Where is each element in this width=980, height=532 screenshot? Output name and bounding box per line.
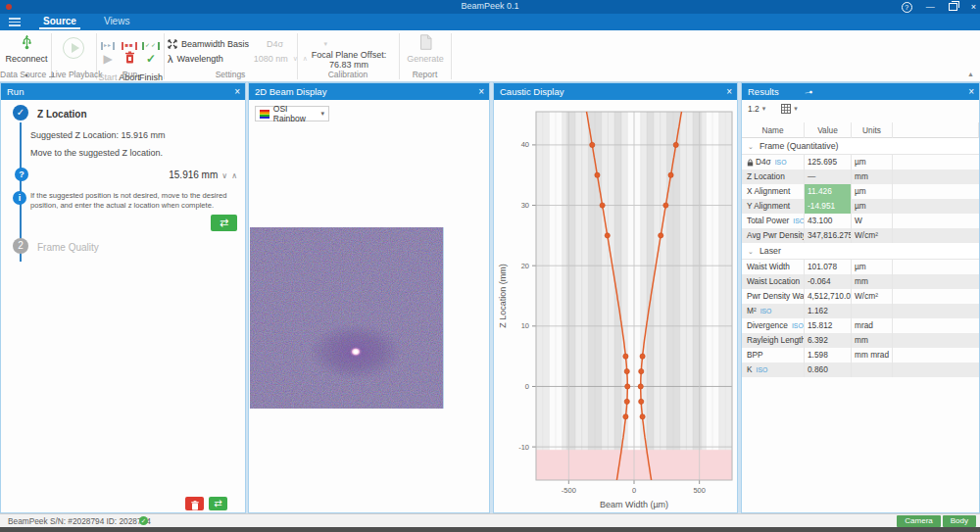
close-icon[interactable]: ×	[971, 0, 976, 14]
status-ok-icon: ✓	[139, 516, 148, 525]
generate-button[interactable]: Generate	[406, 34, 445, 64]
move-instruction: Move to the suggested Z location.	[30, 148, 163, 158]
caustic-panel-header: Caustic Display ×	[494, 83, 737, 100]
iso-tag: ISO	[792, 318, 804, 333]
decimals-select[interactable]: 1.2▾	[748, 104, 765, 114]
pin-icon[interactable]: 📍︎	[801, 83, 816, 102]
table-row[interactable]: Pwr Density Waist4,512,710.07W/cm²	[742, 289, 979, 304]
table-row[interactable]: Z Location—mm	[742, 169, 979, 184]
spin-down-icon: ∨	[293, 55, 298, 63]
discard-button[interactable]	[185, 497, 204, 510]
wavelength-label: Wavelength	[177, 54, 223, 64]
restore-icon[interactable]	[949, 3, 957, 11]
app-window: BeamPeek 0.1 ? — × Source Views Reconnec…	[0, 0, 980, 532]
chevron-down-icon: ▾	[324, 40, 328, 48]
ribbon: Reconnect ▾ Data Source Live Playback ▸▸…	[0, 30, 980, 82]
highlighted-value: 11.426	[805, 184, 852, 199]
table-row[interactable]: Rayleigh LengthISO6.392mm	[742, 333, 979, 348]
step1-done-icon: ✓	[13, 105, 28, 121]
table-row[interactable]: BPP1.598mm mrad	[742, 348, 979, 363]
beamwidth-basis-select[interactable]: D4σ▾	[267, 39, 327, 49]
chevron-down-icon: ▾	[320, 110, 324, 118]
svg-text:Beam Width (µm): Beam Width (µm)	[600, 500, 668, 509]
group-label-settings: Settings	[164, 70, 297, 79]
chevron-down-icon: ⌄	[748, 143, 754, 150]
lock-icon	[747, 159, 754, 167]
table-row[interactable]: D4σISO125.695µm	[742, 155, 979, 169]
suggested-z-text: Suggested Z Location: 15.916 mm	[30, 130, 166, 140]
table-row[interactable]: Waist Location-0.064mm	[742, 274, 979, 289]
question-icon[interactable]: ?	[15, 168, 28, 181]
apply-z-button[interactable]: ⇄	[211, 215, 237, 231]
body-badge[interactable]: Body	[943, 515, 976, 527]
svg-text:500: 500	[693, 486, 706, 495]
trash-icon	[191, 501, 199, 510]
table-layout-select[interactable]: ▾	[781, 104, 798, 114]
table-row[interactable]: Total PowerISO43.100W	[742, 214, 979, 228]
results-group-row[interactable]: ⌄Frame (Quantitative)	[742, 138, 979, 155]
beam-display-panel: 2D Beam Display × OSI Rainbow ▾	[248, 82, 490, 513]
tab-source[interactable]: Source	[29, 14, 90, 30]
group-label-run: Run	[96, 70, 164, 79]
playback-button[interactable]	[63, 37, 84, 59]
swap-button[interactable]: ⇄	[209, 497, 227, 510]
reconnect-label: Reconnect	[4, 54, 49, 64]
ribbon-collapse-icon[interactable]: ▲	[967, 71, 974, 77]
results-table-header: Name Value Units	[742, 122, 979, 138]
highlighted-value: -14.951	[805, 199, 852, 214]
tab-views[interactable]: Views	[90, 14, 144, 30]
serial-number-text: BeamPeek S/N: #2028794 ID: 2028794	[8, 516, 151, 526]
results-panel-header: Results📍︎ ×	[742, 83, 979, 100]
beam-spot	[350, 347, 362, 357]
svg-text:10: 10	[521, 321, 529, 330]
run-panel: Run × ✓ Z Location Suggested Z Location:…	[0, 82, 246, 513]
grid-icon	[781, 104, 791, 114]
group-label-report: Report	[399, 70, 451, 79]
note-text: If the suggested position is not desired…	[30, 191, 239, 211]
table-row[interactable]: Y Alignment-14.951µm	[742, 199, 979, 214]
results-panel: Results📍︎ × 1.2▾ ▾ Name Value Uni	[741, 82, 980, 513]
beam-image[interactable]	[250, 227, 444, 409]
caustic-display-panel: Caustic Display × -10010203040-5000500Be…	[493, 82, 738, 513]
hamburger-menu-icon[interactable]	[0, 18, 29, 26]
z-location-input[interactable]: 15.916 mm∨∧	[169, 169, 237, 180]
help-icon[interactable]: ?	[902, 2, 912, 13]
table-row[interactable]: X Alignment11.426µm	[742, 184, 979, 199]
table-row[interactable]: Avg Pwr DensityISO347,816.275W/cm²	[742, 228, 979, 243]
bottom-edge	[0, 527, 980, 532]
window-title: BeamPeek 0.1	[0, 1, 980, 11]
svg-text:0: 0	[632, 486, 636, 495]
table-row[interactable]: DivergenceISO15.812mrad	[742, 318, 979, 333]
close-icon[interactable]: ×	[234, 83, 240, 100]
svg-text:0: 0	[525, 382, 529, 391]
focal-plane-offset: Focal Plane Offset: 76.83 mm	[300, 50, 398, 70]
svg-text:40: 40	[521, 140, 529, 149]
close-icon[interactable]: ×	[726, 83, 732, 100]
results-toolbar: 1.2▾ ▾	[748, 104, 798, 114]
swap-icon: ⇄	[220, 217, 228, 228]
camera-badge[interactable]: Camera	[897, 515, 940, 527]
results-group-row[interactable]: ⌄Laser	[742, 243, 979, 260]
document-icon	[419, 34, 432, 50]
finish-all-icon: ✓✓	[142, 42, 160, 50]
spin-up-icon: ∧	[231, 171, 237, 180]
swap-icon: ⇄	[214, 498, 221, 508]
close-icon[interactable]: ×	[478, 83, 484, 100]
chevron-down-icon: ▾	[794, 105, 798, 113]
table-row[interactable]: KISO0.860	[742, 363, 979, 377]
svg-text:-500: -500	[562, 486, 576, 495]
info-icon: i	[13, 191, 26, 205]
beamwidth-basis-icon	[168, 39, 177, 49]
close-icon[interactable]: ×	[968, 83, 974, 100]
finish-check-icon: ✓	[134, 51, 168, 67]
group-label-calibration: Calibration	[297, 70, 399, 79]
group-label-live-playback: Live Playback	[51, 70, 96, 79]
table-row[interactable]: Waist Width101.078µm	[742, 260, 979, 274]
minimize-icon[interactable]: —	[926, 0, 935, 14]
iso-tag: ISO	[760, 304, 772, 318]
palette-select[interactable]: OSI Rainbow ▾	[255, 106, 329, 121]
svg-text:Z Location (mm): Z Location (mm)	[498, 264, 508, 328]
table-row[interactable]: M²ISO1.162	[742, 304, 979, 318]
iso-tag: ISO	[793, 214, 805, 228]
caustic-chart[interactable]: -10010203040-5000500Beam Width (µm)Z Loc…	[494, 100, 737, 512]
